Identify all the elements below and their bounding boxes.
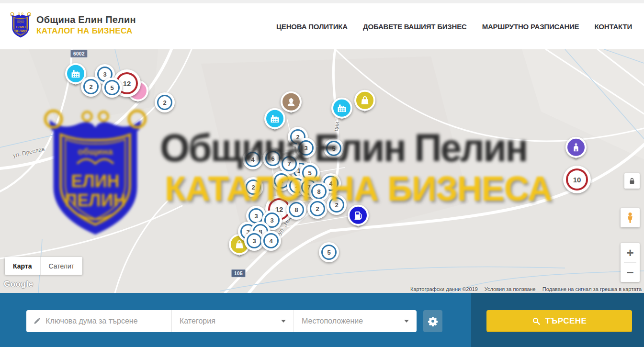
map-cluster-marker[interactable]: 3: [296, 138, 316, 158]
category-select[interactable]: Категория: [171, 310, 294, 332]
street-name-label: ции": [332, 119, 341, 132]
site-title: Община Елин Пелин: [36, 14, 136, 25]
site-logo[interactable]: община ЕЛИН ПЕЛИН Община Елин Пелин КАТА…: [10, 10, 136, 40]
search-icon: [532, 317, 541, 325]
map-pin-church[interactable]: [565, 136, 587, 158]
caret-down-icon: [404, 320, 409, 323]
map-cluster-marker[interactable]: 5: [319, 242, 339, 262]
map-cluster-marker[interactable]: 2: [243, 177, 263, 197]
search-bar: Категория Местоположение ТЪРСЕНЕ: [0, 293, 644, 347]
category-select-label: Категория: [180, 317, 215, 325]
header: община ЕЛИН ПЕЛИН Община Елин Пелин КАТА…: [0, 3, 644, 49]
caret-down-icon: [281, 320, 286, 323]
map-type-map-button[interactable]: Карта: [5, 257, 40, 275]
map-attribution: Картографски данни ©2019 Условия за полз…: [410, 286, 642, 292]
street-name-label: ул. Преслав: [12, 146, 45, 159]
search-fields: Категория Местоположение: [26, 310, 417, 332]
page: община ЕЛИН ПЕЛИН Община Елин Пелин КАТА…: [0, 0, 644, 347]
map-cluster-marker[interactable]: 5: [324, 138, 344, 158]
google-logo[interactable]: Google: [4, 280, 34, 289]
road-number-label: 105: [231, 269, 246, 278]
bag-icon: [359, 95, 371, 106]
map-canvas[interactable]: ул. Преславбул. „Новоселции"600210532125…: [0, 49, 644, 293]
crest-word-elin: ЕЛИН: [16, 25, 25, 29]
map-pin-fuel[interactable]: [347, 204, 369, 226]
search-button[interactable]: ТЪРСЕНЕ: [486, 310, 632, 332]
main-nav: ЦЕНОВА ПОЛИТИКА ДОБАВЕТЕ ВАШИЯТ БИЗНЕС М…: [276, 3, 632, 49]
lock-icon: [627, 176, 637, 186]
map-cluster-marker[interactable]: 2: [155, 92, 175, 112]
map-cluster-marker[interactable]: 4: [243, 149, 263, 169]
road-number-label: 6002: [70, 50, 88, 58]
municipality-crest-icon: община ЕЛИН ПЕЛИН: [10, 10, 32, 40]
map-type-satellite-button[interactable]: Сателит: [40, 257, 83, 275]
worker-icon: [285, 96, 297, 108]
map-pin-factory[interactable]: [331, 97, 353, 119]
keyword-field-wrap: [26, 310, 171, 332]
gear-icon: [428, 316, 438, 326]
crest-word-obshtina: община: [17, 20, 25, 22]
factory-icon: [336, 102, 348, 114]
top-strip: [0, 0, 644, 3]
street-view-button[interactable]: [621, 208, 640, 227]
attribution-copyright: Картографски данни ©2019: [410, 286, 478, 292]
map-cluster-marker[interactable]: 2: [81, 77, 101, 97]
factory-icon: [269, 113, 281, 124]
brand-text: Община Елин Пелин КАТАЛОГ НА БИЗНЕСА: [36, 14, 136, 36]
search-button-label: ТЪРСЕНЕ: [545, 316, 587, 326]
map-type-control: Карта Сателит: [5, 257, 82, 275]
site-subtitle: КАТАЛОГ НА БИЗНЕСА: [36, 26, 136, 36]
nav-item-pricing[interactable]: ЦЕНОВА ПОЛИТИКА: [276, 22, 348, 31]
map-cluster-marker[interactable]: 8: [286, 200, 306, 220]
map-cluster-marker[interactable]: 10: [563, 166, 591, 193]
attribution-report-link[interactable]: Подаване на сигнал за грешка в картата: [542, 286, 642, 292]
zoom-out-button[interactable]: −: [621, 263, 640, 282]
factory-icon: [70, 68, 81, 79]
map-pin-bag[interactable]: [354, 90, 376, 112]
map-pin-factory[interactable]: [264, 108, 286, 130]
keyword-input[interactable]: [45, 317, 165, 325]
crest-word-pelin: ПЕЛИН: [14, 29, 27, 33]
pegman-icon: [624, 212, 636, 224]
location-select-label: Местоположение: [302, 317, 363, 325]
fuel-icon: [352, 210, 364, 221]
map-cluster-marker[interactable]: 2: [327, 195, 347, 215]
pencil-icon: [33, 317, 41, 325]
nav-item-transport-schedule[interactable]: МАРШРУТНО РАЗПИСАНИЕ: [482, 22, 579, 31]
lock-control[interactable]: [624, 173, 640, 189]
location-select[interactable]: Местоположение: [294, 310, 417, 332]
church-icon: [570, 142, 582, 153]
attribution-terms-link[interactable]: Условия за ползване: [485, 286, 536, 292]
map-cluster-marker[interactable]: 5: [102, 78, 122, 98]
map-cluster-marker[interactable]: 2: [307, 199, 328, 219]
map-markers-layer: ул. Преславбул. „Новоселции"600210532125…: [0, 49, 644, 293]
nav-item-add-business[interactable]: ДОБАВЕТЕ ВАШИЯТ БИЗНЕС: [363, 22, 467, 31]
zoom-in-button[interactable]: +: [621, 243, 640, 262]
advanced-settings-button[interactable]: [423, 310, 442, 332]
nav-item-contacts[interactable]: КОНТАКТИ: [594, 22, 632, 31]
map-cluster-marker[interactable]: 4: [261, 231, 281, 251]
zoom-control: + −: [621, 243, 640, 282]
